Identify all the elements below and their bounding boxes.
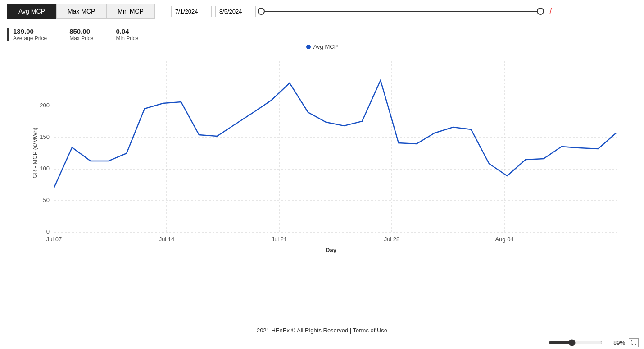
tab-avg-mcp[interactable]: Avg MCP bbox=[7, 4, 56, 19]
footer-text: 2021 HEnEx © All Rights Reserved | bbox=[257, 327, 353, 334]
legend-dot bbox=[306, 45, 311, 49]
range-track bbox=[261, 11, 540, 12]
stat-average-price: 139.00 Average Price bbox=[13, 28, 47, 41]
max-price-value: 850.00 bbox=[69, 28, 93, 35]
zoom-minus-icon[interactable]: − bbox=[542, 340, 545, 346]
svg-text:0: 0 bbox=[46, 228, 50, 235]
arrow-icon: / bbox=[549, 6, 552, 17]
zoom-plus-icon[interactable]: + bbox=[606, 340, 610, 346]
average-price-label: Average Price bbox=[13, 35, 47, 41]
svg-text:Aug 04: Aug 04 bbox=[495, 236, 513, 243]
chart-svg: 0 50 100 150 200 Jul 07 Jul 14 Jul 21 Ju… bbox=[34, 52, 628, 246]
y-axis-label: GR - MCP (€/MWh) bbox=[32, 127, 38, 178]
svg-text:150: 150 bbox=[40, 133, 50, 140]
svg-text:Jul 21: Jul 21 bbox=[272, 236, 287, 243]
bottom-bar: − + 89% ⛶ bbox=[536, 336, 644, 349]
svg-text:100: 100 bbox=[40, 165, 50, 172]
start-date-input[interactable] bbox=[171, 6, 212, 17]
zoom-percent: 89% bbox=[613, 340, 625, 346]
svg-text:Jul 28: Jul 28 bbox=[384, 236, 400, 243]
min-price-value: 0.04 bbox=[116, 28, 139, 35]
zoom-slider[interactable] bbox=[549, 339, 603, 346]
max-price-label: Max Price bbox=[69, 35, 93, 41]
tab-buttons: Avg MCP Max MCP Min MCP bbox=[7, 4, 155, 19]
range-thumb-left[interactable] bbox=[258, 8, 265, 15]
range-slider[interactable] bbox=[261, 11, 540, 12]
stats-row: 139.00 Average Price 850.00 Max Price 0.… bbox=[7, 28, 637, 41]
legend-label: Avg MCP bbox=[313, 43, 338, 50]
chart-area: Avg MCP GR - MCP (€/MWh) 0 50 100 150 20… bbox=[7, 43, 637, 287]
terms-of-use-link[interactable]: Terms of Use bbox=[353, 327, 388, 334]
top-bar: Avg MCP Max MCP Min MCP / bbox=[0, 0, 644, 23]
tab-max-mcp[interactable]: Max MCP bbox=[56, 4, 106, 19]
fullscreen-icon[interactable]: ⛶ bbox=[629, 338, 639, 347]
stat-min-price: 0.04 Min Price bbox=[116, 28, 139, 41]
stat-max-price: 850.00 Max Price bbox=[69, 28, 93, 41]
svg-text:50: 50 bbox=[43, 197, 50, 203]
svg-text:Jul 14: Jul 14 bbox=[159, 236, 175, 243]
chart-legend: Avg MCP bbox=[7, 43, 637, 50]
min-price-label: Min Price bbox=[116, 35, 139, 41]
average-price-value: 139.00 bbox=[13, 28, 47, 35]
footer: 2021 HEnEx © All Rights Reserved | Terms… bbox=[0, 324, 644, 336]
x-axis-label: Day bbox=[34, 247, 628, 253]
date-range-section: / bbox=[171, 6, 552, 17]
date-inputs bbox=[171, 6, 256, 17]
tab-min-mcp[interactable]: Min MCP bbox=[106, 4, 155, 19]
svg-text:200: 200 bbox=[40, 102, 50, 109]
range-thumb-right[interactable] bbox=[537, 8, 544, 15]
end-date-input[interactable] bbox=[215, 6, 256, 17]
svg-text:Jul 07: Jul 07 bbox=[46, 236, 62, 243]
